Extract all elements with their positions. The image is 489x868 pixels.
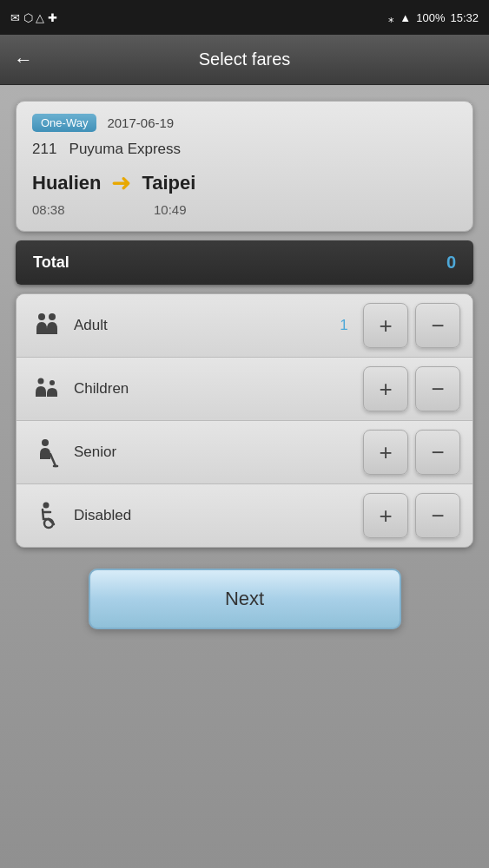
disabled-plus-button[interactable]: + — [363, 493, 408, 538]
station-to: Taipei — [142, 172, 195, 194]
train-name: Puyuma Express — [69, 141, 182, 157]
back-button[interactable]: ← — [14, 49, 33, 71]
route-arrow-icon: ➜ — [111, 168, 131, 197]
next-button[interactable]: Next — [89, 569, 401, 629]
notification-icons: ✉ ⬡ △ ✚ — [10, 11, 57, 24]
svg-point-3 — [50, 380, 55, 385]
adult-minus-button[interactable]: − — [415, 303, 460, 348]
adult-icon — [29, 307, 65, 344]
depart-time: 08:38 — [32, 202, 136, 217]
time-display: 15:32 — [450, 11, 479, 24]
trip-type-badge: One-Way — [32, 114, 96, 132]
total-label: Total — [33, 253, 69, 272]
wifi-icon: ▲ — [400, 11, 411, 24]
adult-buttons: + − — [363, 303, 460, 348]
senior-buttons: + − — [363, 430, 460, 475]
arrive-time: 10:49 — [154, 202, 187, 217]
disabled-minus-button[interactable]: − — [415, 493, 460, 538]
trip-times: 08:38 10:49 — [32, 202, 457, 217]
svg-point-4 — [42, 439, 49, 446]
children-buttons: + − — [363, 366, 460, 411]
senior-minus-button[interactable]: − — [415, 430, 460, 475]
nav-bar: ← Select fares — [0, 35, 489, 85]
total-value: 0 — [446, 253, 456, 273]
back-icon: ← — [14, 49, 33, 70]
children-label: Children — [74, 380, 335, 398]
disabled-icon — [29, 497, 65, 534]
next-area: Next — [16, 569, 473, 629]
trip-card: One-Way 2017-06-19 211 Puyuma Express Hu… — [16, 101, 473, 232]
fare-row-children: Children + − — [17, 358, 472, 421]
trip-card-header: One-Way 2017-06-19 — [32, 114, 457, 132]
svg-point-0 — [38, 313, 45, 320]
senior-plus-button[interactable]: + — [363, 430, 408, 475]
adult-count: 1 — [335, 317, 353, 334]
status-bar: ✉ ⬡ △ ✚ ⁎ ▲ 100% 15:32 — [0, 0, 489, 35]
trip-route: Hualien ➜ Taipei — [32, 168, 457, 197]
adult-plus-button[interactable]: + — [363, 303, 408, 348]
status-right: ⁎ ▲ 100% 15:32 — [388, 11, 479, 24]
children-minus-button[interactable]: − — [415, 366, 460, 411]
senior-icon — [29, 434, 65, 470]
battery-text: 100% — [416, 11, 445, 24]
senior-label: Senior — [74, 444, 335, 461]
fare-row-disabled: Disabled + − — [17, 484, 472, 547]
svg-point-7 — [43, 503, 50, 509]
fare-row-adult: Adult 1 + − — [17, 294, 472, 358]
disabled-buttons: + − — [363, 493, 460, 538]
fares-container: Adult 1 + − Children + − — [16, 293, 473, 548]
bottom-area — [16, 629, 473, 852]
page-title: Select fares — [199, 49, 291, 69]
fare-row-senior: Senior + − — [17, 421, 472, 484]
children-icon — [29, 371, 65, 407]
main-content: One-Way 2017-06-19 211 Puyuma Express Hu… — [0, 85, 489, 868]
trip-date: 2017-06-19 — [107, 115, 174, 130]
trip-train-info: 211 Puyuma Express — [32, 141, 457, 158]
station-from: Hualien — [32, 172, 101, 194]
svg-point-2 — [38, 378, 44, 385]
disabled-label: Disabled — [74, 507, 335, 524]
bt-icon: ⁎ — [388, 11, 394, 24]
children-plus-button[interactable]: + — [363, 366, 408, 411]
svg-line-5 — [50, 454, 56, 466]
train-number: 211 — [32, 141, 56, 157]
total-bar: Total 0 — [16, 240, 473, 285]
status-left: ✉ ⬡ △ ✚ — [10, 11, 57, 24]
svg-point-1 — [49, 313, 56, 320]
adult-label: Adult — [74, 317, 335, 334]
